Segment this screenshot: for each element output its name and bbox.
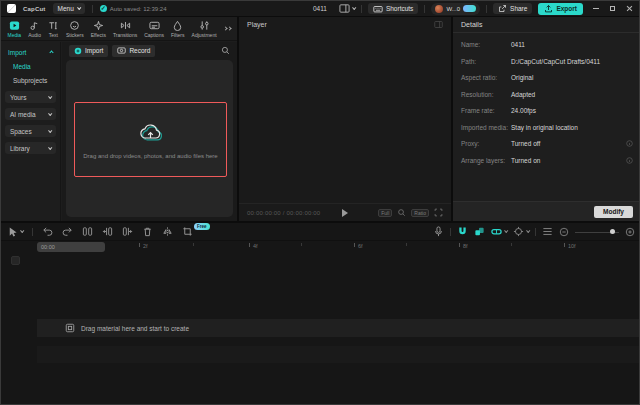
ruler-tick-minor [406,243,407,246]
sidebar-group-spaces[interactable]: Spaces [5,125,56,137]
sidebar-group-library[interactable]: Library [5,142,56,154]
autosave-icon: ✓ [100,5,107,12]
export-button[interactable]: Export [538,3,583,15]
close-button[interactable] [626,5,633,12]
delete-right-button[interactable] [122,226,133,237]
player-options-icon[interactable] [434,20,443,29]
track-header-icon[interactable] [11,256,20,265]
zoom-out-button[interactable] [559,227,569,237]
mirror-button[interactable] [162,226,173,237]
empty-track-row [37,346,640,363]
details-footer: Modify [453,201,640,221]
fullscreen-icon[interactable] [434,208,443,217]
workspace: Media Audio Text Stickers Effects [1,17,640,221]
slider-handle[interactable] [610,229,615,234]
ribbon-expand-button[interactable] [224,27,234,30]
timeline-toolbar: Free [1,223,640,241]
sidebar-group-yours[interactable]: Yours [5,91,56,103]
ribbon-tab-transitions[interactable]: Transitions [109,20,140,38]
info-icon[interactable] [626,140,633,147]
ribbon-tab-adjustment[interactable]: Adjustment [188,20,220,38]
ruler-tick [459,243,460,247]
layout-toggle-button[interactable] [339,3,355,14]
preview-axis-button[interactable] [513,226,529,237]
undo-button[interactable] [42,226,53,237]
detail-row-proxy: Proxy: Turned off [461,140,633,147]
delete-button[interactable] [142,226,153,237]
auto-snap-toggle[interactable] [474,226,485,237]
record-voiceover-button[interactable] [433,226,444,237]
modify-button[interactable]: Modify [594,206,633,218]
player-timecode: 00:00:00:00 / 00:00:00:00 [247,210,320,216]
info-icon[interactable] [626,157,633,164]
link-toggle[interactable] [491,226,507,237]
play-button[interactable] [342,209,348,217]
track-height-button[interactable] [542,226,553,237]
ruler-tick [564,243,565,247]
ribbon-tab-effects[interactable]: Effects [87,20,109,38]
redo-button[interactable] [62,226,73,237]
dropzone-text: Drag and drop videos, photos, and audio … [83,153,217,159]
ribbon-tab-captions[interactable]: Captions [141,20,168,38]
quality-button[interactable]: Full [378,209,392,217]
ruler-label: 8f [463,243,468,249]
ratio-button[interactable]: Ratio [411,209,429,217]
playhead-time-label[interactable]: 00:00 [37,242,105,252]
sidebar-item-subprojects[interactable]: Subprojects [1,73,60,87]
divider [535,228,536,236]
details-panel: Details Name: 0411 Path: D:/CapCut/CapCu… [453,17,640,221]
shortcuts-button[interactable]: Shortcuts [368,3,418,14]
sidebar-group-ai-media[interactable]: AI media [5,108,56,120]
ribbon-tab-stickers[interactable]: Stickers [62,20,87,38]
adjustment-icon [199,20,210,31]
crop-icon [182,226,193,237]
delete-left-button[interactable] [102,226,113,237]
ruler-label: 2f [143,243,148,249]
maximize-button[interactable] [610,6,615,11]
sidebar-item-import[interactable]: Import [1,45,60,59]
chevron-down-icon [20,229,24,233]
fit-view-icon[interactable] [397,208,406,217]
ribbon-tab-media[interactable]: Media [4,20,25,38]
autosave-status: ✓ Auto saved: 12:39:24 [100,5,167,12]
import-button[interactable]: Import [69,45,108,57]
snap-icon [474,226,485,237]
shortcuts-label: Shortcuts [386,5,413,12]
account-chip[interactable]: W...0 [431,3,480,15]
ribbon-tab-filters[interactable]: Filters [167,20,188,38]
media-dropzone[interactable]: Drag and drop videos, photos, and audio … [74,102,227,177]
ruler-tick-minor [301,243,302,246]
detail-row-arrange-layers: Arrange layers: Turned on [461,157,633,164]
menu-label: Menu [58,5,74,12]
text-icon [48,20,59,31]
zoom-in-button[interactable] [625,227,635,237]
sidebar-item-media[interactable]: Media [1,59,60,73]
menu-button[interactable]: Menu [53,3,85,14]
delete-left-icon [102,226,113,237]
media-icon [9,20,20,31]
crop-button[interactable] [182,226,193,237]
minimize-button[interactable] [593,8,599,9]
search-icon[interactable] [221,46,230,55]
cursor-icon [7,226,18,237]
timeline: Free [1,223,640,405]
ruler-tick-minor [193,243,194,246]
select-tool-button[interactable] [7,226,23,237]
chevron-down-icon [526,229,530,233]
ribbon-tab-text[interactable]: Text [44,20,62,38]
timeline-ruler[interactable]: 00:00 2f 4f 6f 8f 10f [1,241,640,254]
microphone-icon [433,226,444,237]
free-badge: Free [194,223,210,230]
timeline-zoom-slider[interactable] [575,227,619,237]
main-track-dropzone[interactable]: Drag material here and start to create [37,319,640,337]
media-library-panel: Media Audio Text Stickers Effects [1,17,237,221]
main-track-magnet-toggle[interactable] [457,226,468,237]
detail-row-path: Path: D:/CapCut/CapCut Drafts/0411 [461,58,633,65]
media-placeholder-icon [65,323,75,333]
split-button[interactable] [82,226,93,237]
ribbon-tab-audio[interactable]: Audio [25,20,45,38]
media-sidebar: Import Media Subprojects Yours AI media [1,42,61,221]
record-button[interactable]: Record [112,45,155,57]
divider [361,5,362,13]
share-button[interactable]: Share [493,3,532,14]
